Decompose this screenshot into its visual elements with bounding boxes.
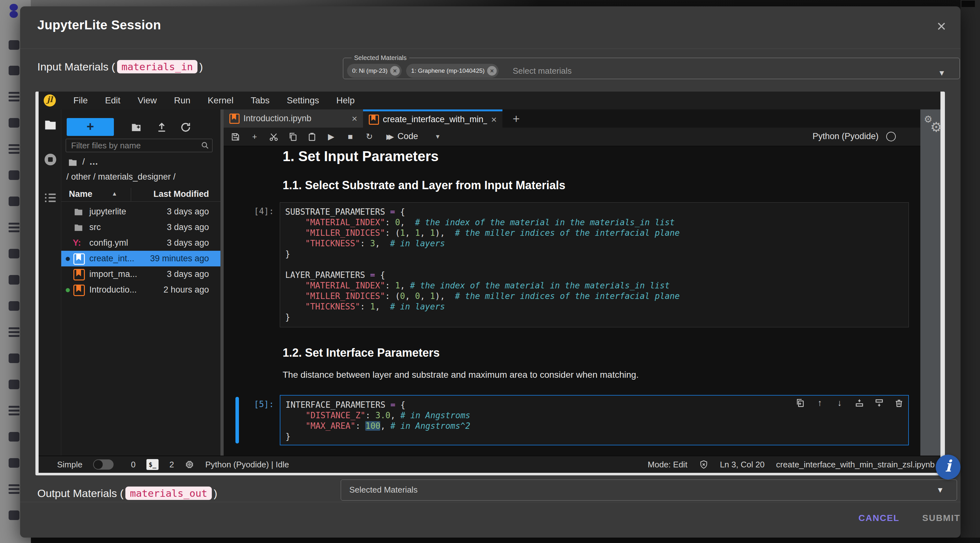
save-icon[interactable] — [230, 131, 241, 142]
close-icon[interactable]: × — [932, 17, 950, 35]
tab-close-icon[interactable]: × — [352, 113, 357, 124]
refresh-icon[interactable] — [180, 121, 191, 133]
background-app-icon — [9, 144, 19, 154]
paste-icon[interactable] — [307, 131, 317, 142]
file-filter-box[interactable] — [66, 139, 212, 152]
file-row-introduction[interactable]: Introductio... 2 hours ago — [61, 282, 220, 298]
menu-help[interactable]: Help — [328, 92, 363, 109]
insert-cell-above-icon[interactable] — [854, 398, 864, 408]
background-app-icon — [9, 196, 19, 206]
menu-kernel[interactable]: Kernel — [199, 92, 242, 109]
folder-icon — [73, 222, 84, 232]
background-bottom-strip — [0, 538, 980, 543]
submit-button[interactable]: SUBMIT — [922, 513, 960, 523]
run-icon[interactable]: ▶ — [326, 131, 337, 142]
background-app-icon — [9, 510, 19, 520]
cut-icon[interactable] — [268, 131, 279, 142]
notebook-scrollbar[interactable] — [920, 110, 940, 456]
kernel-count[interactable]: 0 — [131, 460, 135, 470]
sort-ascending-icon[interactable]: ▲ — [111, 191, 118, 197]
code-cell-4[interactable]: SUBSTRATE_PARAMETERS = { "MATERIAL_INDEX… — [280, 202, 909, 327]
kernel-indicator[interactable]: Python (Pyodide) — [813, 131, 896, 141]
kernel-status-text[interactable]: Python (Pyodide) | Idle — [205, 460, 289, 470]
kernel-running-dot-icon — [66, 288, 70, 292]
terminal-count[interactable]: 2 — [169, 460, 174, 470]
file-row-jupyterlite[interactable]: jupyterlite 3 days ago — [61, 204, 220, 220]
menu-file[interactable]: File — [65, 92, 96, 109]
selected-materials-input[interactable]: Selected Materials 0: Ni (mp-23) × 1: Gr… — [343, 54, 960, 79]
trust-shield-icon[interactable] — [699, 460, 708, 469]
menu-run[interactable]: Run — [165, 92, 199, 109]
notebook-mode[interactable]: Mode: Edit — [648, 460, 687, 470]
insert-cell-below-icon[interactable] — [874, 398, 884, 408]
new-tab-button[interactable]: + — [509, 112, 523, 126]
chip-remove-icon[interactable]: × — [487, 66, 497, 76]
file-row-import-material[interactable]: import_ma... 3 days ago — [61, 266, 220, 282]
panel-splitter[interactable] — [220, 110, 224, 456]
menu-view[interactable]: View — [129, 92, 165, 109]
status-filename[interactable]: create_interface_with_min_strain_zsl.ipy… — [776, 460, 935, 470]
insert-cell-icon[interactable]: + — [249, 131, 260, 142]
info-button[interactable]: i — [935, 455, 961, 479]
restart-run-all-icon[interactable]: ▶▶ — [383, 131, 394, 142]
notebook-heading-1-2: 1.2. Set Interface Parameters — [283, 346, 440, 360]
duplicate-cell-icon[interactable] — [795, 398, 805, 408]
table-of-contents-icon[interactable] — [43, 191, 57, 205]
chip-remove-icon[interactable]: × — [390, 66, 400, 76]
tab-introduction[interactable]: Introduction.ipynb × — [224, 110, 363, 127]
file-browser-tab-icon[interactable] — [43, 118, 57, 132]
delete-cell-icon[interactable] — [894, 398, 904, 408]
background-app-icon — [9, 301, 19, 311]
upload-icon[interactable] — [156, 121, 167, 133]
selected-materials-legend: Selected Materials — [352, 54, 409, 62]
notebook-content: 1. Set Input Parameters 1.1. Select Subs… — [224, 146, 920, 456]
new-folder-icon[interactable] — [130, 121, 142, 133]
yaml-file-icon: Y: — [73, 238, 81, 248]
move-cell-up-icon[interactable]: ↑ — [815, 398, 825, 408]
menu-settings[interactable]: Settings — [278, 92, 328, 109]
tab-create-interface-active[interactable]: create_interface_with_min_ × — [363, 110, 503, 127]
material-chip[interactable]: 1: Graphene (mp-1040425) × — [406, 64, 499, 78]
column-last-modified[interactable]: Last Modified — [153, 189, 209, 199]
file-row-src[interactable]: src 3 days ago — [61, 220, 220, 235]
dropdown-caret-icon[interactable]: ▼ — [936, 486, 944, 495]
terminal-icon[interactable]: $_ — [146, 459, 159, 470]
simple-mode-toggle[interactable] — [93, 459, 114, 470]
tab-close-icon[interactable]: × — [491, 114, 497, 125]
screen: JupyterLite Session × Input Materials (m… — [0, 0, 980, 543]
notebook-file-icon — [73, 285, 85, 296]
menu-tabs[interactable]: Tabs — [242, 92, 278, 109]
simple-mode-label: Simple — [57, 460, 82, 470]
restart-kernel-icon[interactable]: ↻ — [364, 131, 375, 142]
breadcrumb[interactable]: / … — [68, 157, 99, 167]
cell-type-select[interactable]: Code ▾ — [398, 131, 440, 141]
background-app-icon — [9, 40, 19, 50]
breadcrumb-path[interactable]: / other / materials_designer / — [66, 172, 175, 182]
home-folder-icon[interactable] — [68, 157, 78, 166]
stop-icon[interactable]: ■ — [345, 131, 356, 142]
background-app-icon — [9, 170, 19, 180]
folder-icon — [73, 207, 84, 216]
code-cell-5-active[interactable]: ↑ ↓ INTERFACE_PARAMETERS = { — [280, 395, 909, 445]
file-row-create-interface-selected[interactable]: create_int... 39 minutes ago — [61, 251, 220, 266]
active-cell-collapse-bar[interactable] — [235, 397, 239, 443]
widget-settings-gears-icon[interactable]: ⚙⚙ — [924, 113, 946, 136]
activity-bar — [38, 110, 61, 456]
column-name[interactable]: Name — [69, 189, 92, 199]
menu-edit[interactable]: Edit — [96, 92, 129, 109]
output-materials-select[interactable]: Selected Materials ▼ — [341, 479, 957, 500]
running-sessions-icon[interactable] — [43, 153, 57, 167]
file-row-config[interactable]: Y: config.yml 3 days ago — [61, 235, 220, 251]
cell-toolbar: ↑ ↓ — [795, 398, 904, 408]
copy-icon[interactable] — [288, 131, 298, 142]
cancel-button[interactable]: CANCEL — [859, 513, 900, 523]
dropdown-caret-icon[interactable]: ▼ — [938, 68, 945, 78]
new-launcher-button[interactable]: + — [67, 118, 114, 136]
move-cell-down-icon[interactable]: ↓ — [835, 398, 845, 408]
background-top-bar — [0, 0, 980, 7]
breadcrumb-ellipsis[interactable]: … — [89, 157, 99, 167]
file-filter-input[interactable] — [70, 140, 193, 151]
cursor-position[interactable]: Ln 3, Col 20 — [720, 460, 765, 470]
notebook-file-icon — [73, 253, 85, 265]
material-chip[interactable]: 0: Ni (mp-23) × — [347, 64, 402, 78]
